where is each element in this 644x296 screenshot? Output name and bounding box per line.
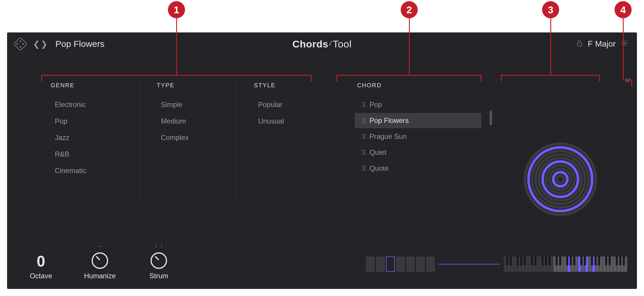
type-item[interactable]: Medium: [148, 113, 231, 129]
black-key[interactable]: [559, 256, 561, 265]
black-key[interactable]: [524, 256, 526, 265]
type-item[interactable]: Complex: [148, 129, 231, 146]
browser: GENRE Electronic Pop Jazz R&B Cinematic …: [42, 82, 625, 200]
chord-item[interactable]: 3Pop: [355, 97, 481, 112]
humanize-control[interactable]: ︿ Humanize: [81, 241, 119, 280]
humanize-knob[interactable]: [92, 252, 108, 269]
chord-count: 3: [360, 164, 365, 172]
preset-name[interactable]: Pop Flowers: [55, 39, 105, 49]
panel-header: ❮ ❯ Pop Flowers Chords / Tool F Major: [7, 32, 637, 55]
chord-title: CHORD: [357, 82, 484, 89]
black-key[interactable]: [605, 256, 607, 265]
black-key[interactable]: [580, 256, 582, 265]
prev-preset-button[interactable]: ❮: [33, 40, 39, 48]
chord-item[interactable]: 3Quote: [355, 161, 481, 176]
style-column: STYLE Popular Unusual: [237, 82, 334, 200]
black-key[interactable]: [506, 256, 508, 265]
octave-value: 0: [37, 254, 45, 269]
annotation-bracket-2: [336, 75, 481, 81]
annotation-marker-1: 1: [168, 1, 185, 18]
zone-block[interactable]: [426, 256, 435, 272]
black-key[interactable]: [510, 256, 512, 265]
genre-item[interactable]: Jazz: [42, 129, 133, 146]
black-key[interactable]: [595, 256, 597, 265]
chord-wheel[interactable]: [522, 141, 599, 218]
zone-block[interactable]: [406, 256, 415, 272]
next-preset-button[interactable]: ❯: [41, 40, 47, 48]
svg-point-4: [532, 151, 589, 208]
black-key[interactable]: [591, 256, 593, 265]
chord-column: CHORD 3Pop3Pop Flowers3Prague Sun3Quiet3…: [349, 82, 490, 200]
zone-block[interactable]: [376, 256, 385, 272]
black-key[interactable]: [549, 256, 551, 265]
svg-point-1: [624, 42, 626, 44]
gear-icon[interactable]: [621, 39, 629, 49]
black-key[interactable]: [545, 256, 547, 265]
strum-knob[interactable]: [151, 252, 167, 269]
annotation-marker-4: 4: [615, 1, 632, 18]
black-key[interactable]: [531, 256, 533, 265]
zone-block[interactable]: [396, 256, 405, 272]
annotation-hook-4: [623, 80, 632, 86]
annotation-bracket-1: [41, 75, 312, 81]
black-key[interactable]: [570, 256, 572, 265]
genre-title: GENRE: [51, 82, 133, 89]
black-key[interactable]: [619, 256, 621, 265]
annotation-stem-2: [409, 18, 410, 75]
type-column: TYPE Simple Medium Complex: [140, 82, 237, 200]
mini-piano[interactable]: [504, 256, 628, 272]
svg-point-11: [557, 176, 564, 183]
genre-item[interactable]: Electronic: [42, 96, 133, 113]
octave-label: Octave: [30, 272, 52, 280]
humanize-label: Humanize: [84, 272, 116, 280]
scrollbar-thumb[interactable]: [490, 110, 492, 125]
brand-title: Chords / Tool: [293, 38, 352, 50]
annotation-bracket-3: [501, 75, 600, 81]
black-key[interactable]: [584, 256, 586, 265]
black-key[interactable]: [598, 256, 600, 265]
type-title: TYPE: [157, 82, 231, 89]
strum-label: Strum: [149, 272, 168, 280]
style-item[interactable]: Popular: [246, 96, 328, 113]
chords-tool-panel: ❮ ❯ Pop Flowers Chords / Tool F Major: [7, 32, 637, 289]
chord-name: Pop: [369, 101, 382, 109]
chord-name: Pop Flowers: [369, 116, 409, 125]
genre-item[interactable]: R&B: [42, 146, 133, 162]
type-item[interactable]: Simple: [148, 96, 231, 113]
octave-control[interactable]: 0 Octave: [22, 244, 60, 280]
black-key[interactable]: [573, 256, 575, 265]
chord-count: 3: [360, 132, 365, 141]
caret-up-icon: ︿: [97, 241, 103, 249]
chord-item[interactable]: 3Prague Sun: [355, 129, 481, 144]
black-key[interactable]: [520, 256, 522, 265]
chord-count: 3: [360, 116, 365, 125]
svg-point-7: [543, 162, 578, 197]
black-key[interactable]: [556, 256, 558, 265]
black-key[interactable]: [609, 256, 611, 265]
zone-block[interactable]: [416, 256, 425, 272]
dice-icon[interactable]: [13, 37, 27, 51]
lock-icon[interactable]: [577, 40, 582, 48]
zone-block[interactable]: [386, 256, 395, 272]
chord-item[interactable]: 3Pop Flowers: [355, 113, 481, 128]
genre-item[interactable]: Cinematic: [42, 162, 133, 179]
black-key[interactable]: [616, 256, 618, 265]
annotation-stem-3: [550, 18, 551, 75]
black-key[interactable]: [623, 256, 625, 265]
chord-name: Prague Sun: [369, 132, 407, 141]
key-display[interactable]: F Major: [588, 39, 616, 49]
style-title: STYLE: [254, 82, 328, 89]
zone-selector[interactable]: [366, 256, 435, 272]
style-item[interactable]: Unusual: [246, 113, 328, 129]
zone-block[interactable]: [366, 256, 375, 272]
black-key[interactable]: [534, 256, 536, 265]
genre-column: GENRE Electronic Pop Jazz R&B Cinematic: [42, 82, 140, 200]
chord-name: Quote: [369, 164, 389, 172]
black-key[interactable]: [517, 256, 519, 265]
range-line: [438, 264, 500, 264]
black-key[interactable]: [541, 256, 544, 265]
chord-item[interactable]: 3Quiet: [355, 145, 481, 160]
black-key[interactable]: [566, 256, 568, 265]
genre-item[interactable]: Pop: [42, 113, 133, 129]
strum-control[interactable]: ↓↑ Strum: [140, 242, 178, 280]
